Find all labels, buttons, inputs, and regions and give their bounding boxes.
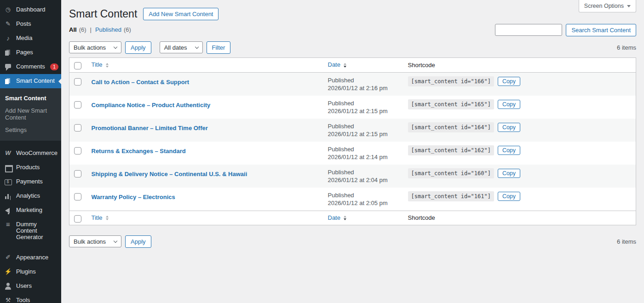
chevron-down-icon xyxy=(195,45,198,48)
submenu-item-smart-content[interactable]: Smart Content xyxy=(0,91,61,104)
products-icon xyxy=(4,164,12,171)
filter-button[interactable]: Filter xyxy=(207,41,231,54)
search-input[interactable] xyxy=(495,24,562,36)
copy-shortcode-button[interactable]: Copy xyxy=(498,100,520,109)
shortcode-value: [smart_content id="161"] xyxy=(408,191,494,201)
sidebar-item-users[interactable]: Users xyxy=(0,279,61,293)
row-checkbox[interactable] xyxy=(74,124,81,131)
sidebar-item-tools[interactable]: Tools xyxy=(0,293,61,303)
smart-content-icon xyxy=(4,78,12,85)
sidebar-item-label: Payments xyxy=(16,178,58,185)
smart-content-list-table: Title Date Shortcode Call to Action – Co… xyxy=(69,57,636,225)
dashboard-icon xyxy=(4,6,12,13)
row-checkbox[interactable] xyxy=(74,147,81,154)
copy-shortcode-button[interactable]: Copy xyxy=(498,123,520,132)
sidebar-item-payments[interactable]: Payments xyxy=(0,175,61,189)
sidebar-item-label: WooCommerce xyxy=(16,150,58,156)
comment-icon xyxy=(4,63,12,70)
row-title-link[interactable]: Shipping & Delivery Notice – Continental… xyxy=(92,168,247,177)
sidebar-item-label: Tools xyxy=(16,297,58,303)
submenu-item-settings[interactable]: Settings xyxy=(0,124,61,136)
row-checkbox[interactable] xyxy=(74,170,81,177)
sidebar-item-products[interactable]: Products xyxy=(0,160,61,175)
sort-icon xyxy=(106,214,109,222)
add-new-smart-content-button[interactable]: Add New Smart Content xyxy=(143,8,218,20)
smart-content-submenu: Smart Content Add New Smart Content Sett… xyxy=(0,88,61,141)
dates-filter-select[interactable]: All dates xyxy=(160,41,203,53)
row-status: Published xyxy=(328,191,399,199)
row-status: Published xyxy=(328,168,399,176)
row-title-link[interactable]: Warranty Policy – Electronics xyxy=(92,191,175,200)
user-icon xyxy=(4,283,12,290)
sidebar-item-label: Users xyxy=(16,283,58,289)
copy-shortcode-button[interactable]: Copy xyxy=(498,146,520,155)
copy-shortcode-button[interactable]: Copy xyxy=(498,192,520,201)
comments-count-badge: 1 xyxy=(50,63,58,70)
stack-icon xyxy=(4,221,12,228)
select-all-checkbox[interactable] xyxy=(74,215,81,223)
sort-icon xyxy=(344,62,346,69)
sidebar-item-dummy-content-generator[interactable]: Dummy Content Generator xyxy=(0,217,61,244)
tools-icon xyxy=(4,297,12,303)
sidebar-item-woocommerce[interactable]: WooCommerce xyxy=(0,146,61,160)
column-footer-date[interactable]: Date xyxy=(323,211,403,225)
apply-button[interactable]: Apply xyxy=(125,41,151,54)
sidebar-item-comments[interactable]: Comments 1 xyxy=(0,60,61,74)
shortcode-value: [smart_content id="162"] xyxy=(408,145,494,155)
sidebar-item-pages[interactable]: Pages xyxy=(0,46,61,60)
shortcode-value: [smart_content id="160"] xyxy=(408,168,494,178)
table-row: Returns & Exchanges – Standard Published… xyxy=(69,142,636,165)
megaphone-icon xyxy=(4,207,12,214)
items-count: 6 items xyxy=(617,44,636,51)
sidebar-item-appearance[interactable]: Appearance xyxy=(0,251,61,265)
column-footer-shortcode: Shortcode xyxy=(403,211,636,225)
row-status: Published xyxy=(328,76,399,84)
row-date: 2026/01/12 at 2:16 pm xyxy=(328,84,399,92)
view-published-count: (6) xyxy=(124,26,131,33)
admin-content: Screen Options Smart Content Add New Sma… xyxy=(61,0,644,303)
copy-shortcode-button[interactable]: Copy xyxy=(498,169,520,178)
copy-shortcode-button[interactable]: Copy xyxy=(498,77,520,86)
screen-options-button[interactable]: Screen Options xyxy=(579,0,636,12)
row-title-link[interactable]: Promotional Banner – Limited Time Offer xyxy=(92,122,208,131)
select-all-checkbox[interactable] xyxy=(74,62,81,69)
sidebar-item-plugins[interactable]: Plugins xyxy=(0,265,61,279)
sidebar-item-posts[interactable]: Posts xyxy=(0,17,61,31)
items-count: 6 items xyxy=(617,238,636,245)
row-title-link[interactable]: Call to Action – Contact & Support xyxy=(92,76,190,86)
column-header-date[interactable]: Date xyxy=(323,58,403,73)
sidebar-item-label: Pages xyxy=(16,49,58,56)
table-row: Shipping & Delivery Notice – Continental… xyxy=(69,165,636,188)
sidebar-item-media[interactable]: Media xyxy=(0,31,61,46)
plug-icon xyxy=(4,269,12,275)
sort-icon xyxy=(344,214,346,222)
sidebar-item-dashboard[interactable]: Dashboard xyxy=(0,3,61,17)
row-date: 2026/01/12 at 2:15 pm xyxy=(328,130,399,138)
sidebar-item-analytics[interactable]: Analytics xyxy=(0,189,61,203)
submenu-item-add-new[interactable]: Add New Smart Content xyxy=(0,104,61,124)
analytics-icon xyxy=(4,193,12,200)
sidebar-item-marketing[interactable]: Marketing xyxy=(0,203,61,217)
view-divider: | xyxy=(90,26,92,33)
search-smart-content-button[interactable]: Search Smart Content xyxy=(566,24,636,36)
view-all-link[interactable]: All xyxy=(69,26,77,33)
view-published-link[interactable]: Published xyxy=(95,26,121,33)
brush-icon xyxy=(4,254,12,261)
column-footer-title[interactable]: Title xyxy=(87,211,323,225)
bulk-actions-select-bottom[interactable]: Bulk actions xyxy=(69,235,121,247)
sidebar-item-label: Smart Content xyxy=(16,78,58,84)
column-header-shortcode: Shortcode xyxy=(403,58,636,73)
row-checkbox[interactable] xyxy=(74,193,81,200)
table-row: Warranty Policy – Electronics Published2… xyxy=(69,188,636,211)
view-all-count: (6) xyxy=(79,26,86,33)
row-checkbox[interactable] xyxy=(74,101,81,109)
row-title-link[interactable]: Compliance Notice – Product Authenticity xyxy=(92,99,211,109)
bulk-actions-select[interactable]: Bulk actions xyxy=(69,41,121,53)
sidebar-item-smart-content[interactable]: Smart Content xyxy=(0,74,61,88)
apply-button-bottom[interactable]: Apply xyxy=(125,235,151,248)
sidebar-item-label: Dashboard xyxy=(16,6,58,13)
shortcode-value: [smart_content id="166"] xyxy=(408,76,494,86)
row-title-link[interactable]: Returns & Exchanges – Standard xyxy=(92,145,186,154)
row-checkbox[interactable] xyxy=(74,78,81,86)
column-header-title[interactable]: Title xyxy=(87,58,323,73)
